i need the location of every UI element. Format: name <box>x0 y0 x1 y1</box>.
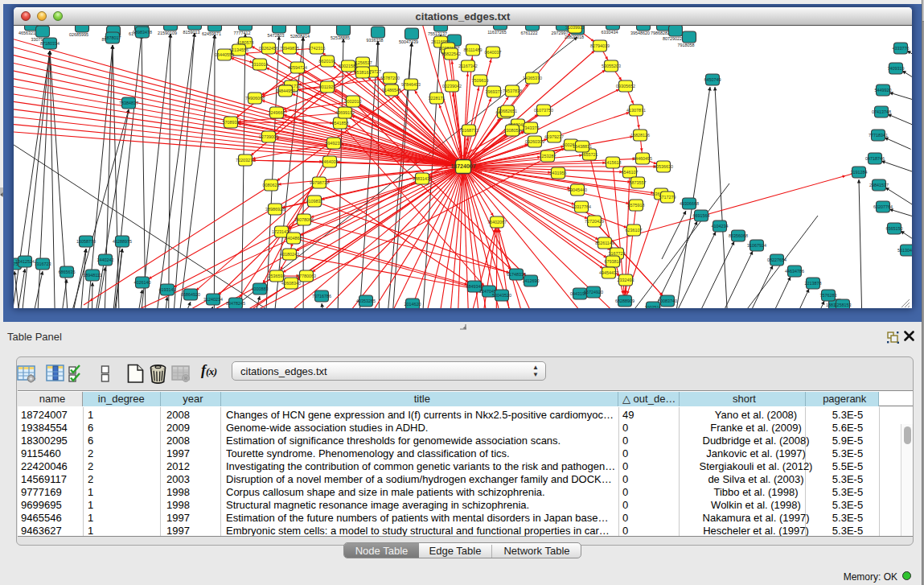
svg-text:02685995: 02685995 <box>69 32 88 37</box>
svg-text:02739000: 02739000 <box>259 134 278 139</box>
svg-text:5449920: 5449920 <box>875 88 892 93</box>
svg-text:72203271: 72203271 <box>236 158 255 163</box>
svg-text:46288975: 46288975 <box>113 239 132 244</box>
svg-text:1415618: 1415618 <box>605 160 622 165</box>
svg-text:0109832: 0109832 <box>306 199 323 204</box>
svg-text:3249668: 3249668 <box>269 110 285 115</box>
svg-text:42608340: 42608340 <box>281 281 301 286</box>
svg-text:5873557: 5873557 <box>630 180 647 185</box>
svg-text:75513137: 75513137 <box>428 31 447 36</box>
svg-text:04718746: 04718746 <box>865 156 885 161</box>
svg-text:5708931: 5708931 <box>223 120 240 125</box>
svg-text:21590109: 21590109 <box>158 31 177 35</box>
svg-text:07413748: 07413748 <box>872 109 891 114</box>
svg-text:13412524: 13412524 <box>15 259 35 264</box>
svg-text:78384837: 78384837 <box>119 101 138 105</box>
svg-text:7918058: 7918058 <box>678 43 695 47</box>
svg-text:0011925: 0011925 <box>319 84 336 89</box>
svg-text:15058770: 15058770 <box>76 239 96 244</box>
svg-text:1002516: 1002516 <box>645 305 662 308</box>
svg-text:0080623: 0080623 <box>263 183 280 187</box>
svg-text:3228171: 3228171 <box>429 96 446 101</box>
svg-text:7509619: 7509619 <box>472 78 489 83</box>
svg-text:39548620: 39548620 <box>630 31 650 35</box>
svg-text:3308051: 3308051 <box>504 128 521 133</box>
svg-text:85261149: 85261149 <box>595 241 614 245</box>
svg-text:04844950: 04844950 <box>276 89 295 93</box>
svg-text:53043520: 53043520 <box>492 293 511 298</box>
svg-text:30682651: 30682651 <box>498 109 517 113</box>
svg-text:83478245: 83478245 <box>226 301 245 306</box>
svg-text:2213878: 2213878 <box>805 281 822 286</box>
svg-text:61748338: 61748338 <box>507 272 526 277</box>
svg-text:6949235: 6949235 <box>326 141 343 146</box>
svg-text:6793814: 6793814 <box>605 259 622 264</box>
svg-text:44634786: 44634786 <box>785 269 804 274</box>
svg-text:98983478: 98983478 <box>133 30 152 35</box>
svg-text:86111489: 86111489 <box>463 47 482 52</box>
svg-text:77718341: 77718341 <box>869 133 888 138</box>
svg-text:65787200: 65787200 <box>380 76 400 80</box>
svg-text:6565150: 6565150 <box>886 226 903 231</box>
svg-text:1253287: 1253287 <box>540 154 556 159</box>
svg-text:4193141: 4193141 <box>159 287 176 292</box>
svg-text:62459571: 62459571 <box>202 31 221 36</box>
svg-text:6865635: 6865635 <box>59 270 76 274</box>
svg-text:31067924: 31067924 <box>747 243 766 248</box>
svg-text:95822542: 95822542 <box>441 51 461 56</box>
svg-text:9541858: 9541858 <box>332 121 349 126</box>
svg-text:41307871: 41307871 <box>626 108 646 113</box>
svg-text:16438831: 16438831 <box>573 144 592 149</box>
svg-text:9336338: 9336338 <box>367 38 384 43</box>
svg-text:00239042: 00239042 <box>442 84 462 89</box>
svg-text:0640037: 0640037 <box>485 50 502 55</box>
svg-text:43353265: 43353265 <box>356 299 376 303</box>
svg-text:8620191: 8620191 <box>319 59 336 64</box>
svg-text:41979237: 41979237 <box>544 134 564 139</box>
svg-text:0431955: 0431955 <box>550 171 567 175</box>
svg-text:5575918: 5575918 <box>628 203 645 208</box>
svg-text:87780063: 87780063 <box>297 274 316 278</box>
svg-text:1878017: 1878017 <box>105 35 121 40</box>
svg-text:03262456: 03262456 <box>259 46 278 51</box>
svg-text:87180334: 87180334 <box>40 41 60 46</box>
svg-text:72720429: 72720429 <box>585 219 604 224</box>
svg-text:9538161: 9538161 <box>355 70 372 75</box>
svg-text:7777412: 7777412 <box>234 31 251 35</box>
svg-text:10317764: 10317764 <box>572 204 591 209</box>
svg-text:6236107: 6236107 <box>626 228 643 233</box>
svg-text:0002010: 0002010 <box>345 99 362 104</box>
svg-text:49306668: 49306668 <box>680 201 699 206</box>
svg-text:2536593: 2536593 <box>269 274 285 278</box>
svg-text:6546107: 6546107 <box>622 170 639 175</box>
svg-text:80083740: 80083740 <box>658 299 677 303</box>
svg-text:3167723: 3167723 <box>609 251 626 256</box>
svg-text:21167342: 21167342 <box>458 64 478 68</box>
svg-text:8159013: 8159013 <box>183 30 200 35</box>
svg-text:79868282: 79868282 <box>651 31 670 35</box>
svg-text:59045440: 59045440 <box>568 187 587 192</box>
svg-text:05864920: 05864920 <box>181 292 200 297</box>
svg-text:70168773: 70168773 <box>459 128 478 133</box>
svg-text:7576283: 7576283 <box>820 293 837 298</box>
svg-text:1258153: 1258153 <box>835 303 852 307</box>
svg-text:73949835: 73949835 <box>280 46 299 51</box>
svg-text:76402067: 76402067 <box>487 220 507 225</box>
svg-text:53055203: 53055203 <box>602 64 621 68</box>
svg-text:05440559: 05440559 <box>215 52 234 57</box>
svg-text:64460495: 64460495 <box>633 156 652 161</box>
svg-text:11637265: 11637265 <box>487 30 507 35</box>
svg-text:08227654: 08227654 <box>767 257 786 262</box>
svg-text:5472803: 5472803 <box>268 33 285 38</box>
svg-text:7316723: 7316723 <box>35 262 51 266</box>
svg-text:14365370: 14365370 <box>523 76 542 80</box>
svg-text:56130445: 56130445 <box>897 248 912 253</box>
svg-text:60536630: 60536630 <box>654 164 673 169</box>
svg-text:4333776: 4333776 <box>893 46 910 51</box>
svg-text:49454437: 49454437 <box>599 270 618 275</box>
svg-text:6330434: 6330434 <box>602 30 618 35</box>
svg-text:52538885: 52538885 <box>331 35 350 40</box>
svg-text:43699192: 43699192 <box>335 110 355 115</box>
svg-text:31240234: 31240234 <box>203 297 223 302</box>
svg-text:28820018: 28820018 <box>565 35 584 39</box>
